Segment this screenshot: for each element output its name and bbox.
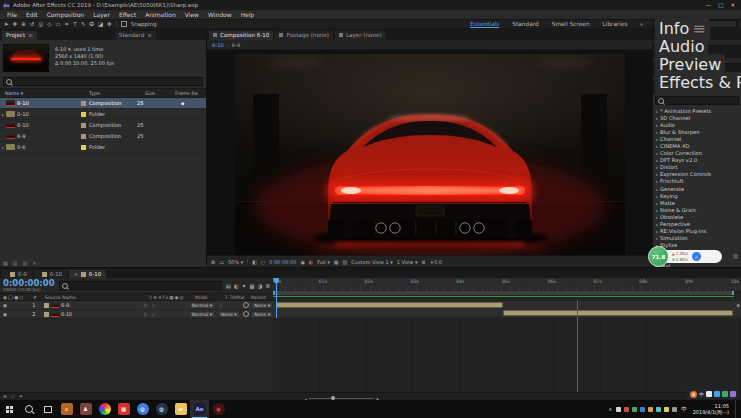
close-button[interactable]: ✕ [730, 2, 735, 8]
column-mode[interactable]: Mode [195, 295, 225, 300]
column-number[interactable]: # [33, 295, 45, 300]
label-color-chip[interactable] [81, 123, 86, 128]
tray-icon[interactable] [664, 407, 669, 412]
workspace-tab[interactable]: Libraries [603, 21, 628, 27]
project-item-row[interactable]: ▸ 0-6 Folder [0, 142, 206, 153]
effects-category[interactable]: Obsolete [656, 214, 741, 221]
panel-options-icon[interactable]: ▨ [733, 253, 738, 259]
snapping-checkbox[interactable] [121, 21, 127, 27]
ime-button-icon[interactable] [706, 391, 712, 397]
tool-icon[interactable]: ↺ [30, 21, 35, 27]
effects-category[interactable]: CINEMA 4D [656, 143, 741, 150]
menu-item[interactable]: Edit [26, 11, 38, 18]
parent-dropdown[interactable]: None ▾ [251, 302, 273, 309]
tool-icon[interactable]: ✒ [65, 21, 70, 27]
tool-icon[interactable]: ✪ [89, 21, 94, 27]
pixel-aspect-icon[interactable]: ≣ [421, 259, 425, 265]
lock-icon[interactable] [339, 33, 343, 37]
ime-button-icon[interactable] [722, 391, 728, 397]
effects-category[interactable]: Frischluft [656, 178, 741, 185]
tray-icon[interactable] [640, 407, 645, 412]
label-color-chip[interactable] [81, 112, 86, 117]
taskbar-app-button[interactable]: ◉ [209, 400, 228, 418]
effects-category[interactable]: * Animation Presets [656, 108, 741, 115]
menu-item[interactable]: File [7, 11, 17, 18]
workspace-overflow-button[interactable]: » [640, 21, 643, 27]
project-item-row[interactable]: 6-10 Composition 25 ◆ [0, 98, 206, 109]
channels-icon[interactable]: ◐ [309, 259, 313, 265]
network-speed-pill[interactable]: 1.2K/s 2.8K/s ✓ [660, 250, 722, 263]
effects-category[interactable]: Audio [656, 122, 741, 129]
taskbar-app-button[interactable]: ♟ [76, 400, 95, 418]
hidden-icons-button[interactable]: ∧ [608, 406, 612, 412]
taskbar-app-button[interactable] [95, 400, 114, 418]
menu-item[interactable]: Window [208, 11, 232, 18]
start-button[interactable] [0, 406, 19, 413]
timeline-tab[interactable]: 6-9 [2, 270, 32, 278]
tab-effects-presets[interactable]: Effects & Presets ≡ [655, 72, 741, 94]
column-frame-rate[interactable]: Frame Ra [175, 91, 206, 96]
taskbar-app-button[interactable]: Ae [190, 400, 209, 418]
project-item-row[interactable]: 6-9 Composition 25 [0, 131, 206, 142]
tray-icon[interactable] [656, 407, 661, 412]
workspace-tab[interactable]: Small Screen [552, 21, 590, 27]
effects-category[interactable]: Distort [656, 164, 741, 171]
task-view-button[interactable] [38, 406, 57, 413]
navigator-current-comp[interactable]: 6-10 [212, 42, 224, 48]
project-footer-icon[interactable]: ▥ [22, 260, 27, 266]
tray-icon[interactable] [672, 407, 677, 412]
effects-category[interactable]: Matte [656, 200, 741, 207]
tool-icon[interactable]: ◇ [47, 21, 51, 27]
sogou-logo-icon[interactable]: S [690, 391, 697, 398]
tray-icon[interactable] [632, 407, 637, 412]
timeline-toggle-icon[interactable]: ≣ [265, 283, 270, 289]
transparency-grid-icon[interactable]: ▨ [343, 259, 348, 265]
layer-switches[interactable]: ⬦ / [144, 312, 189, 317]
taskbar-app-button[interactable]: ▦ [114, 400, 133, 418]
taskbar-app-button[interactable]: ⌕ [57, 400, 76, 418]
project-search-input[interactable] [3, 77, 203, 86]
minimize-button[interactable]: — [706, 2, 712, 8]
effects-category[interactable]: Keying [656, 193, 741, 200]
project-footer-icon[interactable]: ▦ [3, 260, 8, 266]
menu-item[interactable]: Help [241, 11, 255, 18]
layer-color-chip[interactable] [44, 312, 49, 317]
time-ruler[interactable]: 0s01s02s03s04s05s06s07s08s09s10s [273, 278, 741, 292]
menu-item[interactable]: Effect [119, 11, 136, 18]
project-footer-icon[interactable]: ▤ [13, 260, 18, 266]
taskbar-clock[interactable]: 11:05 2019/4/1(周一) [691, 403, 731, 415]
resolution-dropdown[interactable]: Full ▾ [317, 259, 330, 265]
effects-category[interactable]: Blur & Sharpen [656, 129, 741, 136]
timeline-toggle-icon[interactable]: ▤ [226, 283, 231, 289]
layer-row[interactable]: ◉ 2 6-10 ⬦ / Normal ▾ None ▾ None ▾ [0, 310, 273, 319]
tool-icon[interactable]: ⊕ [21, 21, 26, 27]
layer-duration-bar[interactable] [503, 310, 733, 316]
mask-visibility-icon[interactable]: ◻ [261, 259, 265, 265]
tool-icon[interactable]: ✎ [81, 21, 86, 27]
tray-icon[interactable] [648, 407, 653, 412]
column-type[interactable]: Type [89, 91, 145, 96]
workspace-tab[interactable]: Standard [512, 21, 538, 27]
effects-category[interactable]: 3D Channel [656, 115, 741, 122]
layer-name[interactable]: 6-10 [61, 311, 144, 317]
effects-category[interactable]: Color Correction [656, 150, 741, 157]
taskbar-search-button[interactable] [19, 405, 38, 413]
view-dropdown[interactable]: Custom View 1 ▾ [351, 259, 392, 265]
lock-icon[interactable] [279, 33, 283, 37]
maximize-button[interactable]: □ [718, 2, 723, 8]
layer-color-chip[interactable] [44, 303, 49, 308]
trkmat-dropdown[interactable] [218, 302, 224, 309]
panel-menu-icon[interactable]: ≡ [147, 32, 152, 38]
composition-viewport[interactable] [207, 50, 652, 255]
lock-icon[interactable] [213, 33, 217, 37]
eye-icon[interactable]: ◉ [0, 303, 32, 308]
comp-marker-bin-icon[interactable]: ◈ [736, 302, 740, 308]
timeline-footer-icon[interactable]: ◇ [11, 394, 15, 399]
ime-button-icon[interactable] [714, 391, 720, 397]
blend-mode-dropdown[interactable]: Normal ▾ [189, 311, 215, 318]
menu-item[interactable]: View [185, 11, 199, 18]
eye-icon[interactable]: ◉ [0, 312, 32, 317]
effects-category[interactable]: Generate [656, 186, 741, 193]
trkmat-dropdown[interactable]: None ▾ [218, 311, 240, 318]
tray-icon[interactable] [624, 407, 629, 412]
